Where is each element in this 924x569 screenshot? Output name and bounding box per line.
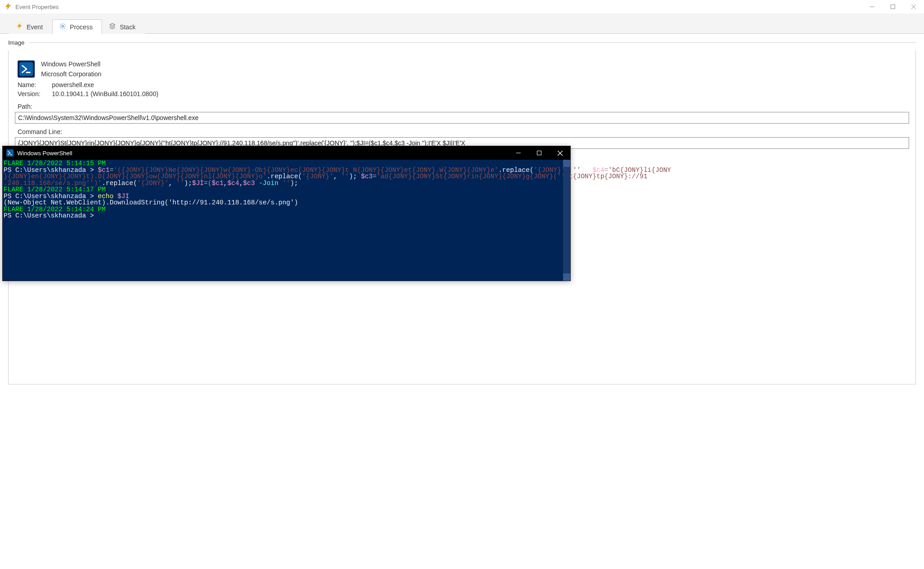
console-close-button[interactable] xyxy=(550,146,570,160)
powershell-title-icon xyxy=(6,149,14,157)
svg-marker-13 xyxy=(110,23,115,26)
cmdline-label: Command Line: xyxy=(15,124,909,137)
path-input[interactable] xyxy=(15,112,909,124)
svg-rect-19 xyxy=(537,151,541,155)
console-sep: ); xyxy=(184,180,192,187)
svg-line-12 xyxy=(64,24,65,24)
powershell-icon xyxy=(18,60,35,78)
console-body[interactable]: FLARE 1/28/2022 5:14:15 PM PS C:\Users\s… xyxy=(3,160,570,281)
console-str: '' xyxy=(282,180,290,187)
tab-process[interactable]: Process xyxy=(52,19,102,34)
tab-event[interactable]: Event xyxy=(9,19,52,34)
console-var: $c3 xyxy=(361,173,373,180)
console-sep: , xyxy=(169,180,176,187)
console-var: $JI xyxy=(192,180,204,187)
console-str: '{JONY}' xyxy=(302,173,333,180)
console-var: $c4 xyxy=(227,180,239,187)
console-title: Windows PowerShell xyxy=(17,150,72,157)
path-label: Path: xyxy=(15,98,909,112)
console-maximize-button[interactable] xyxy=(529,146,550,160)
bolt-icon xyxy=(16,23,23,31)
version-value: 10.0.19041.1 (WinBuild.160101.0800) xyxy=(52,90,158,97)
console-str: '{JONY}' xyxy=(137,180,169,187)
close-button[interactable] xyxy=(903,0,924,14)
gear-icon xyxy=(59,23,66,31)
process-title: Windows PowerShell xyxy=(41,60,102,68)
tab-stack-label: Stack xyxy=(120,23,135,31)
console-sep: , xyxy=(223,180,227,187)
console-titlebar[interactable]: Windows PowerShell xyxy=(3,146,570,160)
window-title: Event Properties xyxy=(15,4,59,10)
console-scrollbar[interactable] xyxy=(563,160,570,281)
console-var: $c3 xyxy=(243,180,255,187)
console-sep: ); xyxy=(290,180,298,187)
scroll-up-icon[interactable] xyxy=(563,160,570,167)
powershell-window: Windows PowerShell FLARE 1/28/2022 5:14:… xyxy=(2,146,571,281)
console-str: '' xyxy=(176,180,184,187)
console-prompt: PS C:\Users\skhanzada > xyxy=(4,212,94,219)
svg-point-4 xyxy=(62,25,64,27)
console-sep: , xyxy=(333,173,341,180)
console-var: $c1 xyxy=(212,180,223,187)
tab-process-label: Process xyxy=(70,23,93,31)
scroll-down-icon[interactable] xyxy=(563,273,570,281)
console-str: '' xyxy=(341,173,349,180)
window-titlebar: Event Properties xyxy=(0,0,924,14)
console-minimize-button[interactable] xyxy=(508,146,529,160)
svg-line-10 xyxy=(64,28,65,28)
name-label: Name: xyxy=(18,81,46,88)
svg-line-9 xyxy=(60,24,61,24)
console-str: 'ad{JONY}{JONY}St{JONY}rin{JONY}{JONY}g{… xyxy=(377,173,647,180)
tab-strip: Event Process Stack xyxy=(0,14,924,34)
stack-icon xyxy=(109,23,116,31)
name-value: powershell.exe xyxy=(52,81,94,88)
groupbox-divider xyxy=(29,42,916,43)
groupbox-label: Image xyxy=(8,39,27,46)
console-op: =( xyxy=(204,180,212,187)
console-sep: ); xyxy=(349,173,361,180)
process-company: Microsoft Corporation xyxy=(41,70,102,78)
svg-line-11 xyxy=(60,28,61,28)
console-kw: -Join xyxy=(255,180,282,187)
version-label: Version: xyxy=(18,90,46,97)
maximize-button[interactable] xyxy=(882,0,903,14)
console-sep: , xyxy=(239,180,243,187)
console-op: = xyxy=(373,173,377,180)
svg-rect-1 xyxy=(891,5,895,9)
app-icon xyxy=(5,3,12,11)
minimize-button[interactable] xyxy=(862,0,882,14)
console-call: .replace( xyxy=(102,180,137,187)
tab-stack[interactable]: Stack xyxy=(102,19,145,34)
tab-event-label: Event xyxy=(27,23,43,31)
